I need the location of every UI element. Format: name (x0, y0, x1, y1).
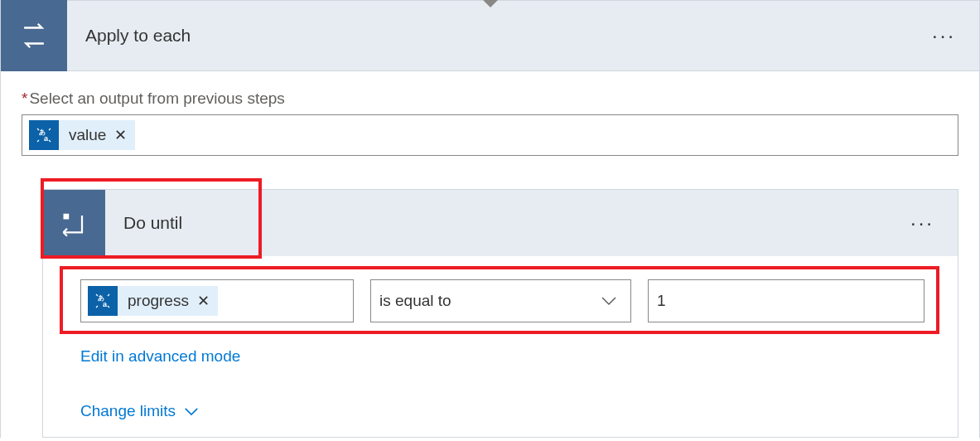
do-until-block: Do until ··· あ a (42, 189, 958, 438)
token-label: progress (128, 292, 189, 310)
chevron-down-icon (184, 407, 199, 416)
condition-value-text[interactable] (657, 292, 915, 310)
svg-rect-3 (63, 214, 69, 220)
more-menu-icon[interactable]: ··· (932, 24, 956, 47)
condition-operator-dropdown[interactable]: is equal to (370, 279, 631, 322)
apply-to-each-title: Apply to each (85, 26, 191, 46)
change-limits-link[interactable]: Change limits (80, 402, 924, 420)
edit-advanced-mode-link[interactable]: Edit in advanced mode (80, 347, 924, 366)
value-token[interactable]: あ a value ✕ (29, 120, 135, 150)
do-until-icon (43, 190, 105, 256)
apply-to-each-icon (1, 0, 67, 71)
apply-to-each-header[interactable]: Apply to each ··· (0, 0, 980, 71)
connector-arrow (482, 0, 499, 7)
translate-icon: あ a (88, 286, 118, 316)
output-select-label: *Select an output from previous steps (22, 90, 958, 108)
do-until-header[interactable]: Do until ··· (43, 190, 958, 256)
chevron-down-icon (601, 296, 617, 306)
apply-to-each-body: *Select an output from previous steps あ … (0, 71, 980, 438)
remove-token-icon[interactable]: ✕ (114, 128, 127, 143)
remove-token-icon[interactable]: ✕ (197, 293, 210, 308)
do-until-title: Do until (123, 213, 182, 233)
do-until-body: あ a progress ✕ is equal to (43, 256, 958, 437)
condition-value-input[interactable] (648, 279, 924, 322)
more-menu-icon[interactable]: ··· (910, 211, 934, 235)
condition-left-input[interactable]: あ a progress ✕ (80, 279, 354, 322)
required-asterisk: * (22, 90, 27, 107)
progress-token[interactable]: あ a progress ✕ (88, 286, 218, 316)
condition-row: あ a progress ✕ is equal to (80, 279, 924, 322)
token-label: value (69, 126, 106, 144)
translate-icon: あ a (29, 120, 59, 150)
operator-value: is equal to (379, 292, 451, 310)
output-select-input[interactable]: あ a value ✕ (22, 114, 958, 156)
